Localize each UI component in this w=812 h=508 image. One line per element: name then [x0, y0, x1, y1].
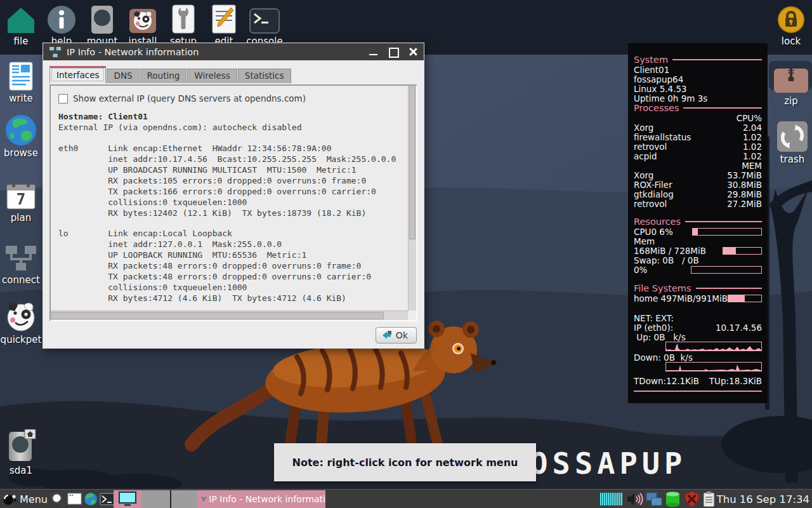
maximize-button[interactable] [388, 47, 398, 57]
vertical-scrollbar[interactable] [408, 86, 416, 311]
home-usage-row: home 497MiB/991MiB [634, 293, 762, 303]
task-button-label: IP Info - Network informati [209, 494, 325, 504]
network-squares-icon [646, 491, 662, 507]
interface-report: Show external IP (query DNS servers at o… [51, 86, 408, 311]
globe-icon [84, 492, 98, 506]
sysmon-system-header: System [634, 55, 762, 65]
task-network-icon [201, 493, 206, 505]
tab-statistics[interactable]: Statistics [238, 69, 291, 83]
window-titlebar[interactable]: IP Info - Network information [43, 43, 424, 60]
process-row: firewallstatus1.02 [634, 132, 762, 142]
firewall-shield-icon [684, 491, 700, 507]
sysmon-uptime: Uptime 0h 9m 3s [634, 93, 762, 103]
zip-archive-icon [773, 65, 809, 94]
taskbar: Menu IP Info - N [0, 489, 812, 508]
desktop-icon-write[interactable]: write [0, 60, 42, 104]
horizontal-scrollbar[interactable] [51, 311, 408, 320]
icon-label: browse [0, 147, 42, 159]
menu-button[interactable]: Menu [1, 490, 48, 508]
process-row: Xorg2.04 [634, 123, 762, 132]
desktop-icon-zip[interactable]: zip [770, 62, 812, 107]
icon-label: quickpet [0, 334, 42, 345]
vertical-scrollbar-thumb[interactable] [409, 86, 416, 239]
mem-label-row: Mem [634, 236, 762, 246]
horizontal-scrollbar-thumb[interactable] [51, 312, 384, 319]
desktop-icon-browse[interactable]: browse [0, 114, 42, 159]
tray-firewall[interactable] [683, 490, 700, 508]
speaker-icon [627, 491, 643, 507]
tab-wireless[interactable]: Wireless [187, 69, 237, 83]
desktop-icon-sda1[interactable]: sda1 [0, 432, 42, 476]
minimize-button[interactable] [369, 47, 378, 57]
desktop-icon-edit[interactable]: edit [203, 3, 245, 47]
pager-workspace-2[interactable] [141, 490, 170, 508]
eth0-block: eth0 Link encap:Ethernet HWaddr 12:34:56… [58, 143, 408, 218]
filemanager-button[interactable] [66, 490, 82, 508]
desktop-icon-setup[interactable]: setup [162, 3, 204, 47]
cpu-column-header: CPU% [634, 113, 762, 123]
search-button[interactable] [49, 490, 66, 508]
desktop-icon-mount[interactable]: mount [81, 3, 123, 47]
quickpet-puppy-icon [4, 300, 37, 333]
desktop-icon-plan[interactable]: 7 plan [0, 179, 42, 224]
show-external-ip-checkbox[interactable] [58, 94, 68, 104]
ok-arrow-icon [381, 330, 392, 340]
net-down-graph [665, 362, 762, 371]
sysmon-bottom-rule [634, 391, 762, 392]
icon-label: zip [770, 95, 812, 107]
desktop-icon-console[interactable]: console [244, 3, 285, 47]
green-cylinder-icon [665, 491, 681, 507]
window-icon [67, 493, 82, 505]
tray-memory[interactable] [664, 490, 683, 508]
desktop-icon-install[interactable]: install [122, 3, 164, 47]
swap-label-row: Swap: 0B / 0B [634, 255, 762, 265]
desktop-icon-quickpet[interactable]: quickpet [0, 301, 42, 345]
taskbar-clock[interactable]: Thu 16 Sep 17:34 [717, 490, 809, 508]
desktop-icon-file[interactable]: file [0, 3, 42, 47]
interfaces-panel: Show external IP (query DNS servers at o… [49, 84, 417, 321]
tray-clipboard[interactable] [700, 490, 717, 508]
plan-calendar-icon: 7 [5, 180, 37, 211]
pager-workspace-3[interactable] [171, 490, 197, 508]
desktop-icon-lock[interactable]: lock [770, 3, 812, 47]
tab-interfaces[interactable]: Interfaces [49, 66, 106, 83]
tab-routing[interactable]: Routing [140, 69, 187, 83]
icon-label: write [0, 93, 42, 104]
mem-usage-row: 168MiB / 728MiB [634, 246, 762, 255]
external-ip-line: External IP (via opendns.com): autocheck… [58, 122, 408, 133]
cpu-usage-bar [692, 228, 762, 236]
menu-label: Menu [20, 493, 48, 505]
tray-volume-meter[interactable] [599, 490, 625, 508]
net-totals-row: TDown:12.1KiBTUp:18.3KiB [634, 376, 762, 385]
process-row: retrovol1.02 [634, 142, 762, 151]
tray-speaker[interactable] [625, 490, 645, 508]
tray-network[interactable] [645, 490, 664, 508]
mem-column-header: MEM [634, 161, 762, 170]
sysmon-processes-header: Processes [634, 103, 762, 113]
desktop-icon-trash[interactable]: trash [771, 121, 812, 165]
net-up-graph [665, 342, 762, 351]
browser-button[interactable] [82, 490, 99, 508]
close-button[interactable] [408, 47, 417, 57]
cpu-usage-row: CPU0 6% [634, 227, 762, 236]
tab-dns[interactable]: DNS [107, 69, 139, 83]
menu-paw-icon [2, 491, 17, 507]
window-title: IP Info - Network information [67, 47, 199, 57]
net-ext-row: NET: EXT: [634, 313, 762, 323]
process-row: retrovol27.2MiB [634, 199, 762, 208]
desktop-icon-connect[interactable]: connect [0, 241, 42, 286]
desktop-icon-help[interactable]: help [41, 3, 82, 47]
sda1-drive-icon [4, 429, 37, 464]
process-row: Xorg53.7MiB [634, 170, 762, 180]
lo-block: lo Link encap:Local Loopback inet addr:1… [58, 228, 408, 304]
pager-workspace-1[interactable] [114, 490, 141, 508]
mem-usage-bar [723, 247, 762, 255]
install-puppy-icon [128, 8, 157, 34]
edit-pencil-icon [211, 4, 237, 34]
network-note-bar: Note: right-click icon for network menu [274, 443, 536, 481]
note-text: Note: right-click icon for network menu [292, 457, 518, 469]
task-button-ip-info[interactable]: IP Info - Network informati [197, 490, 325, 508]
connect-network-icon [4, 244, 38, 273]
write-document-icon [7, 61, 35, 91]
ok-button[interactable]: Ok [376, 327, 417, 344]
